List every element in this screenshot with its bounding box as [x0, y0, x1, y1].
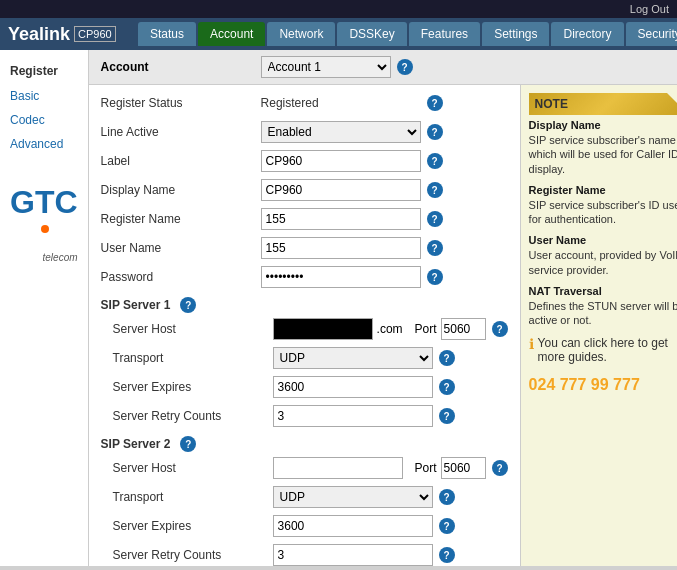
input-sip2-retry[interactable]	[273, 544, 433, 566]
tab-security[interactable]: Security	[626, 22, 678, 46]
tab-directory[interactable]: Directory	[551, 22, 623, 46]
label-display-name: Display Name	[101, 183, 261, 197]
note-nat-title: NAT Traversal	[529, 285, 677, 297]
line-active-select[interactable]: EnabledDisabled	[261, 121, 421, 143]
note-nat-text: Defines the STUN server will be active o…	[529, 299, 677, 328]
label-line-active: Line Active	[101, 125, 261, 139]
sidebar-logo: GTC telecom	[0, 176, 88, 273]
row-sip1-expires: Server Expires ?	[101, 375, 508, 399]
sip1-port-label: Port	[415, 322, 437, 336]
select-sip1-transport[interactable]: UDPTCPTLS	[273, 347, 433, 369]
account-help-icon[interactable]: ?	[397, 59, 413, 75]
label-register-status: Register Status	[101, 96, 261, 110]
help-sip1-expires[interactable]: ?	[439, 379, 455, 395]
note-register-name-text: SIP service subscriber's ID used for aut…	[529, 198, 677, 227]
account-row: Account Account 1 Account 2 Account 3 ?	[89, 50, 677, 85]
input-label[interactable]	[261, 150, 421, 172]
input-sip1-port[interactable]	[441, 318, 486, 340]
row-user-name: User Name ?	[101, 236, 508, 260]
label-sip1-expires: Server Expires	[113, 380, 273, 394]
telecom-label: telecom	[10, 252, 78, 263]
help-sip2-host[interactable]: ?	[492, 460, 508, 476]
input-sip1-retry[interactable]	[273, 405, 433, 427]
logo-model: CP960	[74, 26, 116, 42]
input-sip2-host[interactable]	[273, 457, 403, 479]
row-sip2-expires: Server Expires ?	[101, 514, 508, 538]
form-area: Register Status Registered ? Line Active…	[89, 85, 520, 566]
sidebar-item-codec[interactable]: Codec	[0, 108, 88, 132]
input-register-status: Registered	[261, 96, 421, 110]
help-register-name[interactable]: ?	[427, 211, 443, 227]
row-line-active: Line Active EnabledDisabled ?	[101, 120, 508, 144]
help-label[interactable]: ?	[427, 153, 443, 169]
note-display-name-text: SIP service subscriber's name which will…	[529, 133, 677, 176]
input-register-name[interactable]	[261, 208, 421, 230]
note-guide-text: You can click here to get more guides.	[538, 336, 677, 364]
note-section-nat: NAT Traversal Defines the STUN server wi…	[529, 285, 677, 328]
note-title: NOTE	[529, 93, 677, 115]
select-sip2-transport[interactable]: UDPTCPTLS	[273, 486, 433, 508]
gtc-logo: GTC	[10, 186, 78, 250]
label-sip2-retry: Server Retry Counts	[113, 548, 273, 562]
row-label: Label ?	[101, 149, 508, 173]
help-sip2-transport[interactable]: ?	[439, 489, 455, 505]
note-register-name-title: Register Name	[529, 184, 677, 196]
sidebar-item-basic[interactable]: Basic	[0, 84, 88, 108]
input-sip1-host[interactable]	[273, 318, 373, 340]
header: Yealink CP960 Status Account Network DSS…	[0, 18, 677, 50]
select-line-active[interactable]: EnabledDisabled	[261, 121, 421, 143]
help-password[interactable]: ?	[427, 269, 443, 285]
tab-features[interactable]: Features	[409, 22, 480, 46]
note-section-user-name: User Name User account, provided by VoIP…	[529, 234, 677, 277]
help-sip2-retry[interactable]: ?	[439, 547, 455, 563]
help-sip1-retry[interactable]: ?	[439, 408, 455, 424]
sip-server1-header: SIP Server 1 ?	[101, 297, 508, 313]
tab-network[interactable]: Network	[267, 22, 335, 46]
row-display-name: Display Name ?	[101, 178, 508, 202]
note-guide: ℹ You can click here to get more guides.	[529, 336, 677, 364]
main-layout: Register Basic Codec Advanced GTC teleco…	[0, 50, 677, 566]
help-register-status[interactable]: ?	[427, 95, 443, 111]
tab-settings[interactable]: Settings	[482, 22, 549, 46]
help-display-name[interactable]: ?	[427, 182, 443, 198]
help-sip2-expires[interactable]: ?	[439, 518, 455, 534]
row-register-status: Register Status Registered ?	[101, 91, 508, 115]
note-guide-icon: ℹ	[529, 336, 534, 352]
label-sip1-retry: Server Retry Counts	[113, 409, 273, 423]
help-sip1-host[interactable]: ?	[492, 321, 508, 337]
row-register-name: Register Name ?	[101, 207, 508, 231]
top-bar: Log Out	[0, 0, 677, 18]
note-user-name-text: User account, provided by VoIP service p…	[529, 248, 677, 277]
help-sip1[interactable]: ?	[180, 297, 196, 313]
account-selector[interactable]: Account 1 Account 2 Account 3	[261, 56, 391, 78]
sip-server2-header: SIP Server 2 ?	[101, 436, 508, 452]
input-password[interactable]	[261, 266, 421, 288]
logout-link[interactable]: Log Out	[630, 3, 669, 15]
input-display-name[interactable]	[261, 179, 421, 201]
label-register-name: Register Name	[101, 212, 261, 226]
label-sip2-transport: Transport	[113, 490, 273, 504]
help-line-active[interactable]: ?	[427, 124, 443, 140]
row-sip1-server-host: Server Host .com Port ?	[101, 317, 508, 341]
help-user-name[interactable]: ?	[427, 240, 443, 256]
input-user-name[interactable]	[261, 237, 421, 259]
logo-area: Yealink CP960	[8, 24, 138, 45]
input-sip2-port[interactable]	[441, 457, 486, 479]
note-section-register-name: Register Name SIP service subscriber's I…	[529, 184, 677, 227]
sidebar: Register Basic Codec Advanced GTC teleco…	[0, 50, 89, 566]
input-sip1-expires[interactable]	[273, 376, 433, 398]
help-sip2[interactable]: ?	[180, 436, 196, 452]
note-panel: NOTE Display Name SIP service subscriber…	[520, 85, 677, 566]
tab-dsskey[interactable]: DSSKey	[337, 22, 406, 46]
label-password: Password	[101, 270, 261, 284]
tab-status[interactable]: Status	[138, 22, 196, 46]
account-field-label: Account	[101, 60, 261, 74]
label-label: Label	[101, 154, 261, 168]
content-area: Account Account 1 Account 2 Account 3 ? …	[89, 50, 677, 566]
help-sip1-transport[interactable]: ?	[439, 350, 455, 366]
sidebar-item-advanced[interactable]: Advanced	[0, 132, 88, 156]
nav-tabs: Status Account Network DSSKey Features S…	[138, 22, 677, 46]
tab-account[interactable]: Account	[198, 22, 265, 46]
label-user-name: User Name	[101, 241, 261, 255]
input-sip2-expires[interactable]	[273, 515, 433, 537]
